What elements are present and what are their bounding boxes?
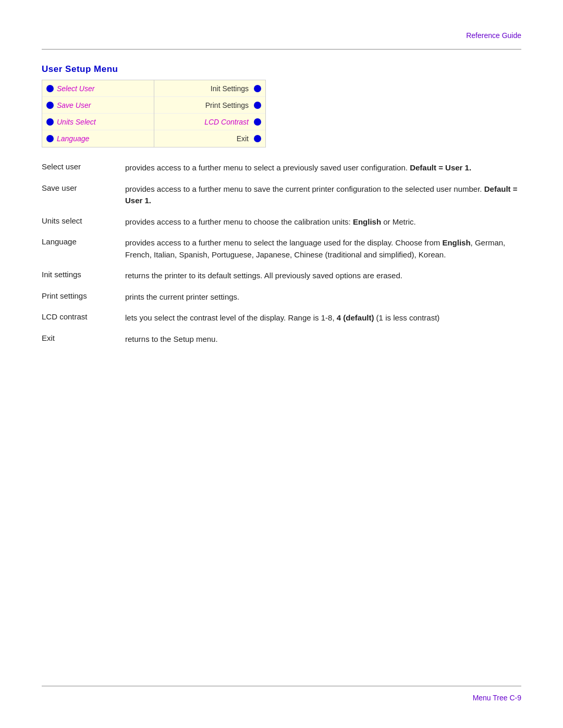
menu-row-init-settings: Init Settings xyxy=(154,80,266,97)
menu-row-save-user: Save User xyxy=(42,97,154,114)
menu-right-col: Init Settings Print Settings LCD Contras… xyxy=(154,80,266,147)
menu-link-units-select[interactable]: Units Select xyxy=(57,118,96,126)
footer-rule xyxy=(42,686,521,686)
bullet-exit xyxy=(254,135,261,142)
menu-link-lcd-contrast[interactable]: LCD Contrast xyxy=(158,118,251,126)
desc-row-exit: Exit returns to the Setup menu. xyxy=(42,334,521,355)
menu-link-language[interactable]: Language xyxy=(57,134,89,143)
descriptions-table: Select user provides access to a further… xyxy=(42,162,521,354)
menu-row-print-settings: Print Settings xyxy=(154,97,266,114)
desc-label-print-settings: Print settings xyxy=(42,291,125,313)
bullet-language xyxy=(46,135,54,142)
desc-text-exit: returns to the Setup menu. xyxy=(125,334,521,355)
desc-label-lcd-contrast: LCD contrast xyxy=(42,312,125,334)
desc-row-init-settings: Init settings returns the printer to its… xyxy=(42,270,521,291)
header-title: Reference Guide xyxy=(466,31,521,40)
bullet-units-select xyxy=(46,118,54,126)
desc-text-save-user: provides access to a further menu to sav… xyxy=(125,183,521,216)
menu-row-select-user: Select User xyxy=(42,80,154,97)
menu-link-select-user[interactable]: Select User xyxy=(57,84,94,93)
menu-text-print-settings: Print Settings xyxy=(158,101,251,109)
desc-text-init-settings: returns the printer to its default setti… xyxy=(125,270,521,291)
menu-text-init-settings: Init Settings xyxy=(158,84,251,93)
main-content: User Setup Menu Select User Save User Un… xyxy=(0,50,563,354)
menu-left-col: Select User Save User Units Select Langu… xyxy=(42,80,154,147)
section-title: User Setup Menu xyxy=(42,64,521,75)
bullet-select-user xyxy=(46,85,54,92)
desc-label-init-settings: Init settings xyxy=(42,270,125,291)
page-header: Reference Guide xyxy=(0,0,563,40)
desc-label-units-select: Units select xyxy=(42,216,125,238)
desc-text-print-settings: prints the current printer settings. xyxy=(125,291,521,313)
desc-label-exit: Exit xyxy=(42,334,125,355)
desc-row-units-select: Units select provides access to a furthe… xyxy=(42,216,521,238)
bullet-lcd-contrast xyxy=(254,118,261,126)
bullet-print-settings xyxy=(254,102,261,109)
desc-row-language: Language provides access to a further me… xyxy=(42,237,521,270)
desc-row-select-user: Select user provides access to a further… xyxy=(42,162,521,183)
menu-box: Select User Save User Units Select Langu… xyxy=(42,80,266,147)
desc-text-language: provides access to a further menu to sel… xyxy=(125,237,521,270)
menu-text-exit: Exit xyxy=(158,134,251,143)
footer-label: Menu Tree C-9 xyxy=(473,694,521,702)
page-footer: Menu Tree C-9 xyxy=(473,694,521,702)
desc-label-select-user: Select user xyxy=(42,162,125,183)
desc-row-print-settings: Print settings prints the current printe… xyxy=(42,291,521,313)
desc-label-save-user: Save user xyxy=(42,183,125,216)
menu-row-lcd-contrast: LCD Contrast xyxy=(154,114,266,130)
desc-label-language: Language xyxy=(42,237,125,270)
menu-row-exit: Exit xyxy=(154,130,266,147)
desc-text-lcd-contrast: lets you select the contrast level of th… xyxy=(125,312,521,334)
desc-text-units-select: provides access to a further menu to cho… xyxy=(125,216,521,238)
bullet-save-user xyxy=(46,102,54,109)
desc-row-save-user: Save user provides access to a further m… xyxy=(42,183,521,216)
menu-row-units-select: Units Select xyxy=(42,114,154,130)
bullet-init-settings xyxy=(254,85,261,92)
desc-text-select-user: provides access to a further menu to sel… xyxy=(125,162,521,183)
menu-link-save-user[interactable]: Save User xyxy=(57,101,91,109)
desc-row-lcd-contrast: LCD contrast lets you select the contras… xyxy=(42,312,521,334)
menu-row-language: Language xyxy=(42,130,154,147)
